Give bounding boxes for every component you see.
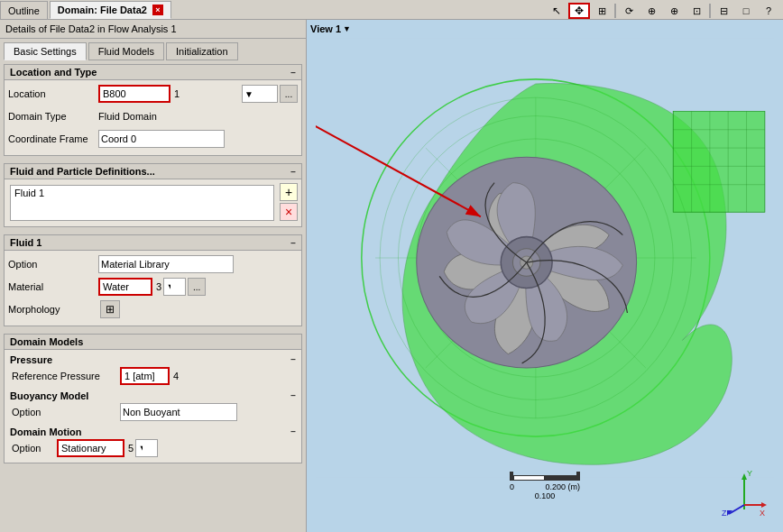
toolbar-btn-6[interactable]: ⊕ bbox=[663, 3, 685, 19]
scale-bar: 0 0.200 (m) 0.100 bbox=[510, 472, 580, 500]
fluid-add-btn[interactable]: + bbox=[280, 183, 298, 201]
location-label: Location bbox=[8, 88, 98, 99]
svg-text:Y: Y bbox=[747, 469, 752, 478]
domain-tab[interactable]: Domain: File Data2 × bbox=[50, 1, 171, 19]
toolbar-btn-8[interactable]: ⊟ bbox=[713, 3, 734, 19]
svg-rect-2 bbox=[673, 111, 765, 212]
fluid1-collapse[interactable]: − bbox=[290, 238, 296, 248]
domain-motion-input[interactable] bbox=[57, 439, 124, 457]
fluid-particle-title: Fluid and Particle Definitions... bbox=[10, 166, 155, 177]
toolbar-btn-4[interactable]: ⟳ bbox=[618, 3, 640, 19]
fluid1-material-dots[interactable]: ... bbox=[188, 278, 206, 296]
buoyancy-option-label: Option bbox=[12, 407, 120, 417]
fluid-list: Fluid 1 bbox=[10, 185, 274, 221]
toolbar-sep2 bbox=[709, 4, 711, 18]
domain-motion-title: Domain Motion bbox=[10, 427, 81, 437]
outline-tab[interactable]: Outline bbox=[0, 1, 48, 19]
toolbar-sep1 bbox=[614, 4, 616, 18]
outline-tab-label: Outline bbox=[8, 5, 40, 16]
location-number: 1 bbox=[174, 88, 180, 99]
toolbar-btn-1[interactable]: ↖ bbox=[546, 3, 567, 19]
location-dropdown[interactable]: ▼ bbox=[242, 85, 278, 103]
3d-model-view bbox=[316, 38, 774, 478]
pressure-collapse[interactable]: − bbox=[290, 354, 296, 365]
svg-line-31 bbox=[729, 505, 744, 514]
toolbar-btn-7[interactable]: ⊡ bbox=[686, 3, 707, 19]
tab-fluid-models[interactable]: Fluid Models bbox=[88, 42, 164, 60]
svg-text:Z: Z bbox=[722, 509, 727, 518]
fluid1-title: Fluid 1 bbox=[10, 237, 41, 248]
fluid1-material-number: 3 bbox=[156, 281, 161, 292]
fluid1-material-input[interactable] bbox=[98, 278, 152, 296]
fluid1-option-label: Option bbox=[8, 259, 98, 270]
domain-motion-option-label: Option bbox=[12, 443, 57, 454]
fluid1-morphology-btn[interactable]: ⊞ bbox=[100, 300, 120, 318]
svg-marker-29 bbox=[761, 502, 767, 508]
domain-motion-number: 5 bbox=[128, 443, 134, 454]
tab-basic-settings[interactable]: Basic Settings bbox=[4, 42, 87, 60]
toolbar-btn-9[interactable]: □ bbox=[735, 3, 757, 19]
fluid1-option-select[interactable]: Material Library bbox=[98, 255, 234, 273]
domain-type-label: Domain Type bbox=[8, 111, 98, 122]
scale-zero: 0 bbox=[510, 482, 514, 491]
location-type-collapse[interactable]: − bbox=[290, 68, 296, 78]
fluid1-material-label: Material bbox=[8, 281, 98, 292]
buoyancy-title: Buoyancy Model bbox=[10, 390, 88, 401]
toolbar-btn-10[interactable]: ? bbox=[758, 3, 779, 19]
scale-mid: 0.100 bbox=[510, 491, 580, 500]
location-input[interactable] bbox=[98, 85, 170, 103]
scale-max: 0.200 (m) bbox=[545, 482, 580, 491]
tab-initialization[interactable]: Initialization bbox=[166, 42, 237, 60]
ref-pressure-number: 4 bbox=[173, 371, 179, 381]
toolbar-btn-5[interactable]: ⊕ bbox=[640, 3, 662, 19]
fluid-particle-collapse[interactable]: − bbox=[290, 167, 296, 177]
domain-motion-collapse[interactable]: − bbox=[290, 427, 296, 437]
view-dropdown-arrow[interactable]: ▼ bbox=[343, 24, 351, 33]
buoyancy-option-select[interactable]: Non Buoyant bbox=[120, 403, 237, 421]
domain-tab-close[interactable]: × bbox=[152, 5, 163, 15]
axis-indicator: Y X Z bbox=[720, 469, 769, 518]
fluid-remove-btn[interactable]: × bbox=[280, 203, 298, 221]
location-select-wrapper: ▼ bbox=[242, 85, 278, 103]
fluid1-material-select[interactable]: ▼ bbox=[163, 278, 186, 296]
fluid1-morphology-label: Morphology bbox=[8, 304, 98, 315]
domain-tab-label: Domain: File Data2 bbox=[58, 5, 147, 15]
buoyancy-collapse[interactable]: − bbox=[290, 390, 296, 401]
pressure-title: Pressure bbox=[10, 354, 52, 365]
domain-type-value: Fluid Domain bbox=[98, 111, 298, 122]
ref-pressure-input[interactable] bbox=[120, 367, 170, 385]
details-header: Details of File Data2 in Flow Analysis 1 bbox=[0, 20, 306, 39]
domain-motion-select[interactable]: ▼ bbox=[135, 439, 158, 457]
domain-models-title: Domain Models bbox=[10, 336, 83, 347]
location-type-title: Location and Type bbox=[10, 67, 97, 78]
toolbar-btn-2[interactable]: ✥ bbox=[568, 3, 590, 19]
svg-text:X: X bbox=[760, 509, 765, 518]
coord-frame-label: Coordinate Frame bbox=[8, 133, 98, 144]
toolbar-btn-3[interactable]: ⊞ bbox=[591, 3, 613, 19]
fluid-list-item[interactable]: Fluid 1 bbox=[14, 188, 270, 198]
view-label: View 1 ▼ bbox=[310, 23, 351, 34]
coord-frame-select[interactable]: Coord 0 bbox=[98, 130, 225, 148]
ref-pressure-label: Reference Pressure bbox=[12, 371, 120, 381]
location-dots-btn[interactable]: ... bbox=[280, 85, 298, 103]
